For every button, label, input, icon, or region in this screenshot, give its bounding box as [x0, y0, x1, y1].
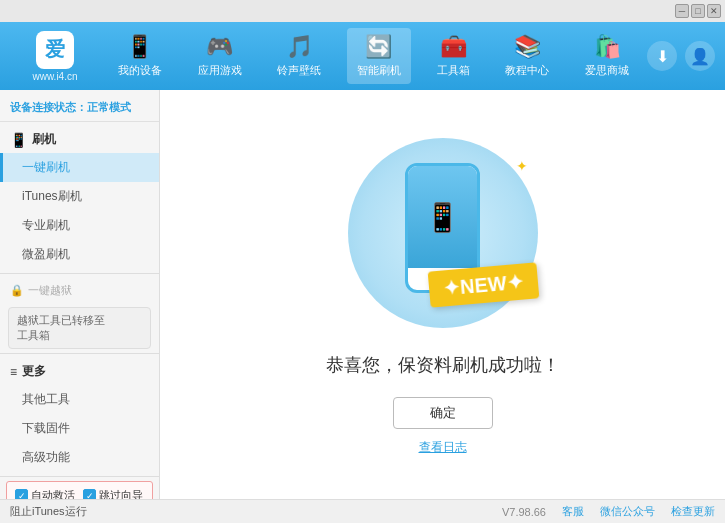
- sidebar-item-download-fw[interactable]: 下载固件: [0, 414, 159, 443]
- nav-smart-shop-label: 智能刷机: [357, 63, 401, 78]
- flash-group-label: 刷机: [32, 131, 56, 148]
- nav-toolbox[interactable]: 🧰 工具箱: [427, 28, 480, 84]
- notice-text: 越狱工具已转移至工具箱: [17, 314, 105, 341]
- toolbox-icon: 🧰: [440, 34, 467, 60]
- status-value: 正常模式: [87, 101, 131, 113]
- header-right: ⬇ 👤: [647, 41, 715, 71]
- sidebar-item-advanced[interactable]: 高级功能: [0, 443, 159, 472]
- new-stars: ✦: [516, 158, 528, 174]
- version-text: V7.98.66: [502, 506, 546, 518]
- auto-rescue-label: 自动救活: [31, 488, 75, 499]
- grayed-label: 一键越狱: [28, 283, 72, 298]
- header: 爱 www.i4.cn 📱 我的设备 🎮 应用游戏 🎵 铃声壁纸 🔄 智能刷机 …: [0, 22, 725, 90]
- nav-ringtone[interactable]: 🎵 铃声壁纸: [267, 28, 331, 84]
- success-illustration: 📱 ✦NEW✦ ✦: [343, 133, 543, 333]
- save-flash-label: 微盈刷机: [22, 247, 70, 261]
- auto-rescue-checkbox[interactable]: ✓: [15, 489, 28, 499]
- more-group-label: 更多: [22, 363, 46, 380]
- view-log-link[interactable]: 查看日志: [419, 439, 467, 456]
- customer-service-link[interactable]: 客服: [562, 504, 584, 519]
- pro-flash-label: 专业刷机: [22, 218, 70, 232]
- check-update-link[interactable]: 检查更新: [671, 504, 715, 519]
- status-label: 设备连接状态：: [10, 101, 87, 113]
- sidebar-item-other-tools[interactable]: 其他工具: [0, 385, 159, 414]
- minimize-button[interactable]: ─: [675, 4, 689, 18]
- other-tools-label: 其他工具: [22, 392, 70, 406]
- phone-screen: 📱: [408, 166, 477, 268]
- skip-guide-label: 跳过向导: [99, 488, 143, 499]
- download-button[interactable]: ⬇: [647, 41, 677, 71]
- book-icon: 📚: [514, 34, 541, 60]
- sidebar: 设备连接状态：正常模式 📱 刷机 一键刷机 iTunes刷机 专业刷机 微盈刷机…: [0, 90, 160, 499]
- sidebar-checkboxes: ✓ 自动救活 ✓ 跳过向导: [6, 481, 153, 499]
- logo-icon: 爱: [36, 31, 74, 69]
- sidebar-divider-1: [0, 273, 159, 274]
- itunes-bar-label: 阻止iTunes运行: [10, 504, 87, 519]
- nav-ringtone-label: 铃声壁纸: [277, 63, 321, 78]
- flash-group-icon: 📱: [10, 132, 27, 148]
- status-bar: 设备连接状态：正常模式: [0, 94, 159, 122]
- title-bar: ─ □ ✕: [0, 0, 725, 22]
- sidebar-divider-2: [0, 353, 159, 354]
- nav-toolbox-label: 工具箱: [437, 63, 470, 78]
- sidebar-group-more: ≡ 更多: [0, 358, 159, 385]
- nav-items: 📱 我的设备 🎮 应用游戏 🎵 铃声壁纸 🔄 智能刷机 🧰 工具箱 📚 教程中心…: [100, 28, 647, 84]
- content-area: 📱 ✦NEW✦ ✦ 恭喜您，保资料刷机成功啦！ 确定 查看日志: [160, 90, 725, 499]
- music-icon: 🎵: [286, 34, 313, 60]
- nav-my-device-label: 我的设备: [118, 63, 162, 78]
- phone-screen-icon: 📱: [425, 201, 460, 234]
- sidebar-item-save-flash[interactable]: 微盈刷机: [0, 240, 159, 269]
- one-key-flash-label: 一键刷机: [22, 160, 70, 174]
- sidebar-grayed-jailbreak: 🔒 一键越狱: [0, 278, 159, 303]
- skip-guide-checkbox[interactable]: ✓: [83, 489, 96, 499]
- more-group-icon: ≡: [10, 365, 17, 379]
- itunes-flash-label: iTunes刷机: [22, 189, 82, 203]
- sidebar-group-flash: 📱 刷机: [0, 126, 159, 153]
- success-text: 恭喜您，保资料刷机成功啦！: [326, 353, 560, 377]
- bottom-left: 阻止iTunes运行: [10, 504, 87, 519]
- sidebar-item-pro-flash[interactable]: 专业刷机: [0, 211, 159, 240]
- user-button[interactable]: 👤: [685, 41, 715, 71]
- nav-tmall-label: 爱思商城: [585, 63, 629, 78]
- phone-icon: 📱: [126, 34, 153, 60]
- logo-text: www.i4.cn: [32, 71, 77, 82]
- auto-rescue-checkbox-item[interactable]: ✓ 自动救活: [15, 488, 75, 499]
- game-icon: 🎮: [206, 34, 233, 60]
- nav-tmall[interactable]: 🛍️ 爱思商城: [575, 28, 639, 84]
- download-fw-label: 下载固件: [22, 421, 70, 435]
- sidebar-item-itunes-flash[interactable]: iTunes刷机: [0, 182, 159, 211]
- wechat-link[interactable]: 微信公众号: [600, 504, 655, 519]
- nav-smart-shop[interactable]: 🔄 智能刷机: [347, 28, 411, 84]
- sidebar-notice-jailbreak: 越狱工具已转移至工具箱: [8, 307, 151, 349]
- confirm-button[interactable]: 确定: [393, 397, 493, 429]
- nav-my-device[interactable]: 📱 我的设备: [108, 28, 172, 84]
- nav-tutorial-label: 教程中心: [505, 63, 549, 78]
- logo-area: 爱 www.i4.cn: [10, 31, 100, 82]
- sidebar-item-one-key-flash[interactable]: 一键刷机: [0, 153, 159, 182]
- bottom-right: V7.98.66 客服 微信公众号 检查更新: [502, 504, 715, 519]
- nav-app-game[interactable]: 🎮 应用游戏: [188, 28, 252, 84]
- advanced-label: 高级功能: [22, 450, 70, 464]
- shop-icon: 🛍️: [594, 34, 621, 60]
- maximize-button[interactable]: □: [691, 4, 705, 18]
- main-area: 设备连接状态：正常模式 📱 刷机 一键刷机 iTunes刷机 专业刷机 微盈刷机…: [0, 90, 725, 499]
- nav-tutorial[interactable]: 📚 教程中心: [495, 28, 559, 84]
- skip-guide-checkbox-item[interactable]: ✓ 跳过向导: [83, 488, 143, 499]
- bottom-bar: 阻止iTunes运行 V7.98.66 客服 微信公众号 检查更新: [0, 499, 725, 523]
- close-button[interactable]: ✕: [707, 4, 721, 18]
- refresh-icon: 🔄: [365, 34, 392, 60]
- lock-icon: 🔒: [10, 284, 24, 297]
- sidebar-divider-3: [0, 476, 159, 477]
- nav-app-game-label: 应用游戏: [198, 63, 242, 78]
